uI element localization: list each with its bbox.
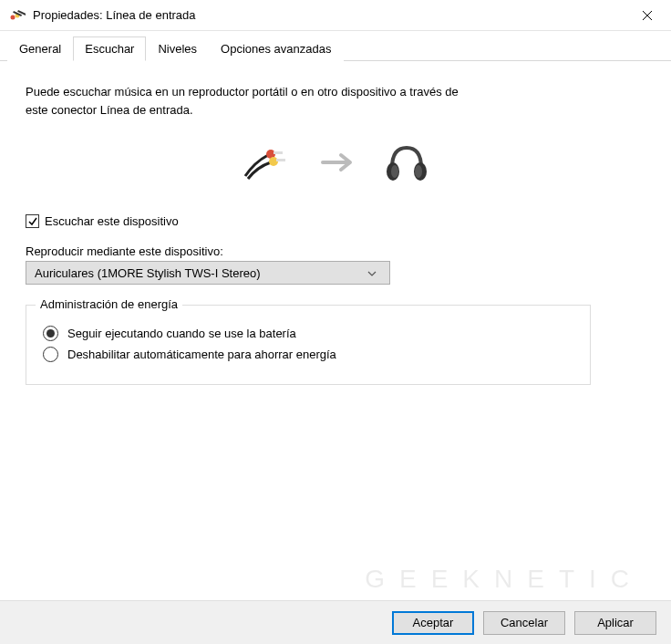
watermark: GEEKNETIC — [365, 565, 644, 594]
rca-cable-icon — [241, 144, 295, 183]
radio-disable-label: Deshabilitar automáticamente para ahorra… — [67, 348, 336, 361]
svg-rect-6 — [274, 151, 283, 154]
playback-device-dropdown[interactable]: Auriculares (1MORE Stylish TWS-I Stereo) — [26, 261, 390, 285]
chevron-down-icon — [367, 268, 377, 278]
radio-row-keep-running: Seguir ejecutando cuando se use la bater… — [43, 326, 573, 341]
listen-checkbox[interactable] — [26, 214, 39, 228]
tab-general[interactable]: General — [7, 36, 73, 61]
tab-opciones-avanzadas[interactable]: Opciones avanzadas — [209, 36, 343, 61]
listen-checkbox-row: Escuchar este dispositivo — [26, 214, 645, 228]
power-group-title: Administración de energía — [36, 297, 182, 311]
power-management-group: Administración de energía Seguir ejecuta… — [26, 305, 591, 385]
tab-content: Puede escuchar música en un reproductor … — [0, 61, 671, 407]
playback-device-label: Reproducir mediante este dispositivo: — [26, 244, 645, 258]
radio-keep-running-label: Seguir ejecutando cuando se use la bater… — [67, 327, 296, 340]
description-text: Puede escuchar música en un reproductor … — [26, 83, 481, 119]
headphones-icon — [383, 140, 430, 187]
app-icon — [9, 10, 26, 21]
svg-rect-7 — [276, 159, 285, 161]
svg-point-11 — [415, 165, 422, 178]
tab-strip: General Escuchar Niveles Opciones avanza… — [0, 31, 671, 61]
cancel-button[interactable]: Cancelar — [483, 611, 565, 635]
playback-device-value: Auriculares (1MORE Stylish TWS-I Stereo) — [35, 266, 261, 280]
listen-checkbox-label: Escuchar este dispositivo — [45, 214, 179, 228]
svg-point-10 — [391, 165, 398, 178]
tab-niveles[interactable]: Niveles — [146, 36, 209, 61]
arrow-right-icon — [321, 151, 357, 176]
radio-keep-running[interactable] — [43, 326, 58, 341]
radio-disable[interactable] — [43, 347, 58, 362]
close-button[interactable] — [624, 0, 671, 31]
ok-button[interactable]: Aceptar — [392, 611, 474, 635]
dialog-footer: Aceptar Cancelar Aplicar — [0, 600, 671, 644]
titlebar: Propiedades: Línea de entrada — [0, 0, 671, 31]
apply-button[interactable]: Aplicar — [574, 611, 656, 635]
illustration — [26, 140, 645, 187]
tab-escuchar[interactable]: Escuchar — [73, 36, 146, 61]
radio-row-disable: Deshabilitar automáticamente para ahorra… — [43, 347, 573, 362]
window-title: Propiedades: Línea de entrada — [33, 8, 624, 22]
svg-point-0 — [11, 15, 15, 19]
